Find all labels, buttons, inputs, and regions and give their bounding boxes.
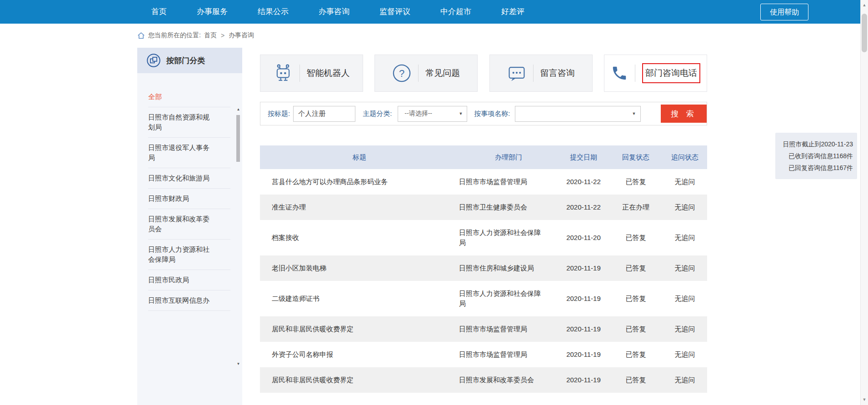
scroll-up-icon[interactable]: ▲ — [861, 3, 868, 7]
window-scrollbar-thumb[interactable] — [862, 14, 867, 52]
cell-title[interactable]: 老旧小区加装电梯 — [260, 255, 459, 281]
tab-faq[interactable]: ? 常见问题 — [374, 55, 478, 92]
cell-reply-status: 已答复 — [609, 286, 663, 311]
table-row: 外资子公司名称申报 日照市市场监督管理局 2020-11-19 已答复 无追问 — [260, 342, 707, 367]
col-header-date: 提交日期 — [558, 153, 609, 162]
sidebar-item-culture-tourism[interactable]: 日照市文化和旅游局 — [148, 168, 230, 189]
tab-smart-robot[interactable]: 智能机器人 — [260, 55, 363, 92]
window-scrollbar[interactable]: ▲ ▼ — [860, 0, 868, 405]
search-bar: 按标题: 主题分类: --请选择-- ▼ 按事项名称: ▼ 搜 索 — [260, 102, 707, 125]
nav-item-home[interactable]: 首页 — [136, 0, 182, 24]
cell-title[interactable]: 外资子公司名称申报 — [260, 342, 459, 367]
cell-title[interactable]: 居民和非居民供暖收费界定 — [260, 316, 459, 342]
tab-label: 智能机器人 — [307, 67, 350, 79]
stats-line-replied: 已回复咨询信息1167件 — [778, 162, 853, 174]
cell-reply-status: 正在办理 — [609, 195, 663, 220]
table-row: 二级建造师证书 日照市人力资源和社会保障局 2020-11-19 已答复 无追问 — [260, 281, 707, 316]
message-icon — [507, 64, 526, 83]
divider — [418, 65, 419, 82]
cell-reply-status: 已答复 — [609, 255, 663, 281]
nav-item-agency-market[interactable]: 中介超市 — [425, 0, 486, 24]
cell-followup-status: 无追问 — [663, 169, 707, 195]
cell-title[interactable]: 准生证办理 — [260, 195, 459, 220]
cell-department: 日照市住房和城乡建设局 — [459, 255, 558, 281]
sidebar-item-development-reform[interactable]: 日照市发展和改革委员会 — [148, 209, 230, 240]
col-header-title: 标题 — [260, 153, 459, 162]
table-row: 老旧小区加装电梯 日照市住房和城乡建设局 2020-11-19 已答复 无追问 — [260, 255, 707, 281]
sidebar-item-civil-affairs[interactable]: 日照市民政局 — [148, 270, 230, 290]
cell-title[interactable]: 莒县什么地方可以办理商品条形码业务 — [260, 169, 459, 195]
robot-icon — [274, 63, 293, 83]
stats-line-received: 已收到咨询信息1168件 — [778, 150, 853, 162]
table-row: 莒县什么地方可以办理商品条形码业务 日照市市场监督管理局 2020-11-22 … — [260, 169, 707, 195]
sidebar-scrollbar-thumb[interactable] — [236, 115, 240, 162]
scroll-down-icon[interactable]: ▼ — [861, 397, 868, 402]
item-name-label: 按事项名称: — [474, 110, 510, 118]
divider — [533, 65, 534, 82]
search-button[interactable]: 搜 索 — [661, 105, 707, 123]
cell-title[interactable]: 档案接收 — [260, 225, 459, 250]
sidebar-title: 按部门分类 — [166, 55, 205, 66]
top-nav: 首页 办事服务 结果公示 办事咨询 监督评议 中介超市 好差评 使用帮助 — [0, 0, 868, 24]
tab-label: 常见问题 — [425, 67, 460, 79]
table-row: 档案接收 日照市人力资源和社会保障局 2020-11-20 已答复 无追问 — [260, 220, 707, 255]
nav-item-services[interactable]: 办事服务 — [182, 0, 243, 24]
sidebar-item-human-resources[interactable]: 日照市人力资源和社会保障局 — [148, 240, 230, 270]
nav-item-supervision[interactable]: 监督评议 — [364, 0, 425, 24]
table-row: 准生证办理 日照市卫生健康委员会 2020-11-22 正在办理 无追问 — [260, 195, 707, 220]
category-select[interactable]: --请选择-- ▼ — [398, 106, 467, 122]
breadcrumb-home-link[interactable]: 首页 — [204, 31, 217, 40]
col-header-department: 办理部门 — [459, 153, 558, 162]
home-icon — [137, 32, 145, 39]
cell-followup-status: 无追问 — [663, 225, 707, 250]
sidebar-item-label: 日照市自然资源和规划局 — [148, 112, 213, 132]
nav-item-results[interactable]: 结果公示 — [243, 0, 304, 24]
cell-reply-status: 已答复 — [609, 169, 663, 195]
sidebar-item-veterans-affairs[interactable]: 日照市退役军人事务局 — [148, 138, 230, 168]
tab-department-phone[interactable]: 部门咨询电话 — [604, 55, 707, 92]
cell-reply-status: 已答复 — [609, 367, 663, 393]
help-button[interactable]: 使用帮助 — [760, 4, 808, 20]
divider — [299, 65, 300, 82]
cell-department: 日照市市场监督管理局 — [459, 342, 558, 367]
tab-message-consult[interactable]: 留言咨询 — [489, 55, 593, 92]
cell-followup-status: 无追问 — [663, 342, 707, 367]
sidebar-item-label: 日照市退役军人事务局 — [148, 143, 213, 163]
breadcrumb-separator: > — [220, 32, 225, 39]
sidebar-item-label: 日照市文化和旅游局 — [148, 173, 213, 183]
cell-date: 2020-11-19 — [558, 316, 609, 342]
stats-line-deadline: 日照市截止到2020-11-23 — [778, 138, 853, 150]
breadcrumb-prefix: 您当前所在的位置: — [148, 31, 201, 40]
scroll-up-icon[interactable]: ▲ — [236, 107, 241, 111]
cell-title[interactable]: 二级建造师证书 — [260, 286, 459, 311]
scroll-down-icon[interactable]: ▼ — [236, 362, 241, 366]
consultation-stats-box: 日照市截止到2020-11-23 已收到咨询信息1168件 已回复咨询信息116… — [775, 133, 857, 179]
svg-text:?: ? — [399, 68, 404, 79]
table-header-row: 标题 办理部门 提交日期 回复状态 追问状态 — [260, 145, 707, 169]
breadcrumb-current: 办事咨询 — [229, 31, 254, 40]
sidebar-item-natural-resources[interactable]: 日照市自然资源和规划局 — [148, 107, 230, 138]
sidebar-item-all[interactable]: 全部 — [148, 87, 230, 107]
cell-title[interactable]: 居民和非居民供暖收费界定 — [260, 367, 459, 393]
nav-menu: 首页 办事服务 结果公示 办事咨询 监督评议 中介超市 好差评 — [136, 0, 539, 24]
item-name-select[interactable]: ▼ — [515, 106, 641, 122]
category-label: 主题分类: — [363, 110, 392, 118]
sidebar-item-finance[interactable]: 日照市财政局 — [148, 189, 230, 209]
nav-item-rating[interactable]: 好差评 — [486, 0, 539, 24]
sidebar-item-label: 日照市发展和改革委员会 — [148, 214, 213, 234]
sidebar-item-internet-info[interactable]: 日照市互联网信息办 — [148, 290, 230, 311]
cell-followup-status: 无追问 — [663, 367, 707, 393]
sidebar-department-filter: 按部门分类 全部 日照市自然资源和规划局 日照市退役军人事务局 日照市文化和旅游… — [137, 48, 242, 405]
nav-item-consult[interactable]: 办事咨询 — [304, 0, 364, 24]
category-icon — [146, 53, 161, 68]
cell-date: 2020-11-20 — [558, 225, 609, 250]
chevron-down-icon: ▼ — [459, 111, 463, 116]
sidebar-department-list: 全部 日照市自然资源和规划局 日照市退役军人事务局 日照市文化和旅游局 日照市财… — [137, 73, 242, 405]
divider — [635, 65, 635, 82]
sidebar-item-label: 全部 — [148, 92, 213, 102]
chevron-down-icon: ▼ — [632, 111, 636, 116]
cell-followup-status: 无追问 — [663, 316, 707, 342]
cell-department: 日照市人力资源和社会保障局 — [459, 220, 558, 255]
table-row: 居民和非居民供暖收费界定 日照市发展和改革委员会 2020-11-19 已答复 … — [260, 367, 707, 393]
title-search-input[interactable] — [293, 106, 355, 122]
